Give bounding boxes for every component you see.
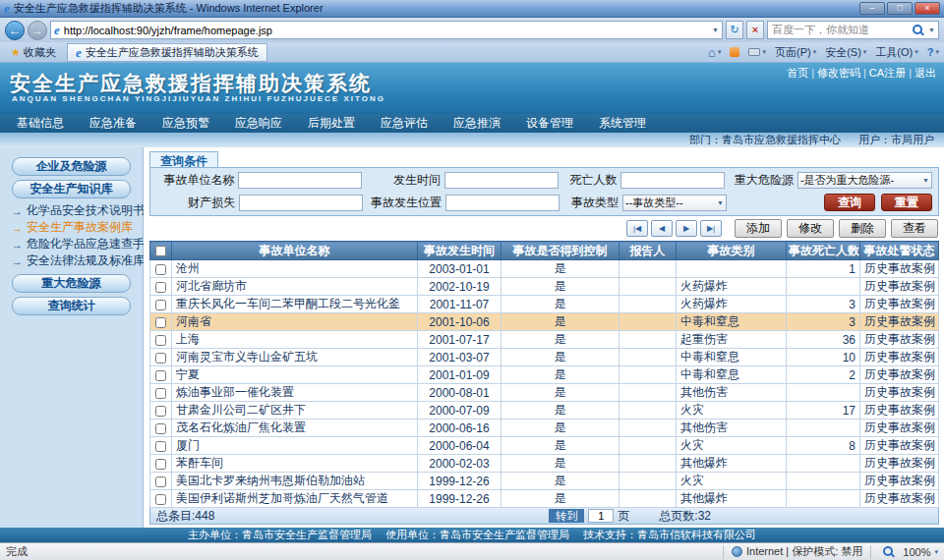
table-row[interactable]: 茂名石化炼油厂焦化装置 2000-06-16 是 其他伤害 历史事故案例 — [150, 420, 939, 437]
table-row[interactable]: 河南灵宝市义寺山金矿五坑 2001-03-07 是 中毒和窒息 10 历史事故案… — [150, 349, 939, 366]
cell-reporter — [620, 366, 677, 384]
feeds-button[interactable] — [730, 47, 739, 57]
property-loss-input[interactable] — [239, 195, 363, 211]
row-checkbox[interactable] — [155, 441, 166, 452]
location-input[interactable] — [445, 195, 560, 211]
table-row[interactable]: 炼油事业部一催化装置 2000-08-01 是 其他伤害 历史事故案例 — [150, 384, 939, 402]
nav-item[interactable]: 系统管理 — [586, 114, 659, 133]
maximize-button[interactable]: □ — [887, 2, 913, 15]
row-checkbox[interactable] — [155, 317, 166, 328]
row-checkbox[interactable] — [155, 476, 166, 487]
prev-page-button[interactable]: ◀ — [651, 220, 673, 237]
close-button[interactable]: × — [914, 2, 940, 15]
nav-item[interactable]: 应急推演 — [441, 114, 513, 133]
address-input[interactable]: e http://localhost:90/yjzh/frame/homepag… — [50, 21, 723, 39]
nav-item[interactable]: 应急预警 — [149, 114, 222, 133]
table-row[interactable]: 宁夏 2001-01-09 是 中毒和窒息 2 历史事故案例 — [150, 366, 939, 384]
search-input[interactable]: 百度一下，你就知道 ▼ — [767, 21, 939, 39]
table-row[interactable]: 美国伊利诺斯州芝加哥炼油厂天然气管道 1999-12-26 是 其他爆炸 历史事… — [150, 490, 939, 508]
sidebar-item-major-hazard[interactable]: 重大危险源 — [12, 274, 131, 293]
header-link[interactable]: 退出 — [906, 66, 936, 81]
search-button[interactable]: 查询 — [824, 194, 875, 211]
favorites-button[interactable]: ★ 收藏夹 — [5, 44, 62, 61]
help-menu[interactable]: ? ▾ — [927, 46, 939, 58]
goto-page-button[interactable]: 转到 — [549, 509, 584, 523]
forward-button[interactable]: → — [28, 21, 47, 40]
back-button[interactable]: ← — [5, 21, 25, 40]
safety-menu[interactable]: 安全(S) ▾ — [825, 45, 866, 60]
table-row[interactable]: 重庆长风化一车间二苯甲酮工段二号光化釜 2001-11-07 是 火药爆炸 3 … — [150, 296, 939, 313]
address-dropdown-icon[interactable]: ▼ — [712, 27, 719, 33]
edit-button[interactable]: 修改 — [787, 219, 834, 238]
sidebar-item-enterprise-hazard[interactable]: 企业及危险源 — [12, 157, 131, 176]
reset-button[interactable]: 重置 — [881, 194, 932, 211]
refresh-button[interactable]: ↻ — [726, 21, 743, 39]
row-checkbox[interactable] — [155, 300, 166, 310]
row-checkbox[interactable] — [155, 353, 166, 364]
tools-menu[interactable]: 工具(O) ▾ — [875, 45, 917, 60]
row-checkbox[interactable] — [155, 423, 166, 434]
nav-item[interactable]: 应急准备 — [77, 114, 149, 133]
table-row[interactable]: 上海 2001-07-17 是 起重伤害 36 历史事故案例 — [150, 331, 939, 349]
search-dropdown-icon[interactable]: ▼ — [928, 27, 935, 33]
row-checkbox[interactable] — [155, 459, 166, 470]
row-checkbox[interactable] — [155, 406, 166, 417]
sidebar: 企业及危险源 安全生产知识库 → 化学品安全技术说明书 → 安全生产事故案例库 — [0, 147, 144, 528]
unit-name-label: 事故单位名称 — [156, 172, 238, 189]
table-row[interactable]: 河北省廊坊市 2002-10-19 是 火药爆炸 历史事故案例 — [150, 278, 939, 296]
zoom-dropdown-icon[interactable]: ▾ — [934, 548, 938, 556]
header-link[interactable]: 首页 — [787, 66, 808, 81]
row-checkbox[interactable] — [155, 264, 166, 275]
select-all-checkbox[interactable] — [155, 246, 166, 256]
cell-status: 历史事故案例 — [860, 473, 939, 490]
page-menu[interactable]: 页面(P) ▾ — [775, 45, 816, 60]
row-checkbox[interactable] — [155, 494, 166, 505]
deaths-input[interactable] — [620, 172, 725, 189]
major-hazard-select[interactable]: -是否为重大危险源- ▼ — [797, 172, 932, 189]
zoom-control[interactable]: 100% ▾ — [870, 545, 938, 559]
home-button[interactable]: ⌂ ▾ — [708, 45, 721, 60]
row-checkbox[interactable] — [155, 388, 166, 399]
table-row[interactable]: 沧州 2003-01-01 是 1 历史事故案例 — [150, 260, 939, 278]
row-checkbox[interactable] — [155, 282, 166, 293]
header-link[interactable]: 修改密码 — [808, 66, 860, 81]
search-icon[interactable] — [913, 25, 924, 36]
sidebar-item-query-stats[interactable]: 查询统计 — [12, 297, 131, 315]
sidebar-link[interactable]: → 安全法律法规及标准库 — [0, 252, 143, 269]
next-page-button[interactable]: ▶ — [676, 220, 697, 237]
nav-item[interactable]: 基础信息 — [4, 114, 77, 133]
minimize-button[interactable]: – — [859, 2, 885, 15]
unit-name-input[interactable] — [238, 172, 362, 189]
cell-category: 其他伤害 — [677, 420, 787, 437]
first-page-button[interactable]: |◀ — [626, 220, 648, 237]
row-checkbox[interactable] — [155, 370, 166, 381]
nav-item[interactable]: 后期处置 — [295, 114, 368, 133]
browser-tab[interactable]: e 安全生产应急救援指挥辅助决策系统 — [67, 43, 267, 62]
delete-button[interactable]: 删除 — [839, 219, 886, 238]
sidebar-item-knowledge-base[interactable]: 安全生产知识库 — [12, 180, 131, 198]
nav-item[interactable]: 应急评估 — [368, 114, 441, 133]
occur-time-input[interactable] — [444, 172, 559, 189]
add-button[interactable]: 添加 — [735, 219, 782, 238]
sidebar-link[interactable]: → 安全生产事故案例库 — [0, 219, 143, 236]
table-row[interactable]: 河南省 2001-10-06 是 中毒和窒息 3 历史事故案例 — [150, 313, 939, 331]
accident-type-select[interactable]: --事故类型-- ▼ — [622, 195, 727, 211]
table-row[interactable]: 苯酐车间 2000-02-03 是 其他爆炸 历史事故案例 — [150, 455, 939, 473]
sidebar-link-label: 安全生产事故案例库 — [27, 219, 133, 236]
goto-page-input[interactable] — [588, 509, 614, 523]
table-row[interactable]: 甘肃金川公司二矿区井下 2000-07-09 是 火灾 17 历史事故案例 — [150, 402, 939, 420]
cell-deaths — [787, 490, 860, 508]
header-link[interactable]: CA注册 — [860, 66, 906, 81]
stop-button[interactable]: × — [746, 21, 764, 39]
view-button[interactable]: 查看 — [891, 219, 938, 238]
row-checkbox[interactable] — [155, 335, 166, 346]
sidebar-link[interactable]: → 化学品安全技术说明书 — [0, 202, 143, 219]
last-page-button[interactable]: ▶| — [700, 220, 722, 237]
sidebar-link[interactable]: → 危险化学品应急速查手... — [0, 236, 143, 252]
nav-item[interactable]: 设备管理 — [513, 114, 586, 133]
table-row[interactable]: 美国北卡罗来纳州韦恩斯伯勒加油站 1999-12-26 是 火灾 历史事故案例 — [150, 473, 939, 490]
table-row[interactable]: 厦门 2000-06-04 是 火灾 8 历史事故案例 — [150, 437, 939, 455]
print-button[interactable]: ▾ — [748, 48, 766, 56]
nav-item[interactable]: 应急响应 — [222, 114, 295, 133]
cell-deaths — [787, 278, 860, 296]
